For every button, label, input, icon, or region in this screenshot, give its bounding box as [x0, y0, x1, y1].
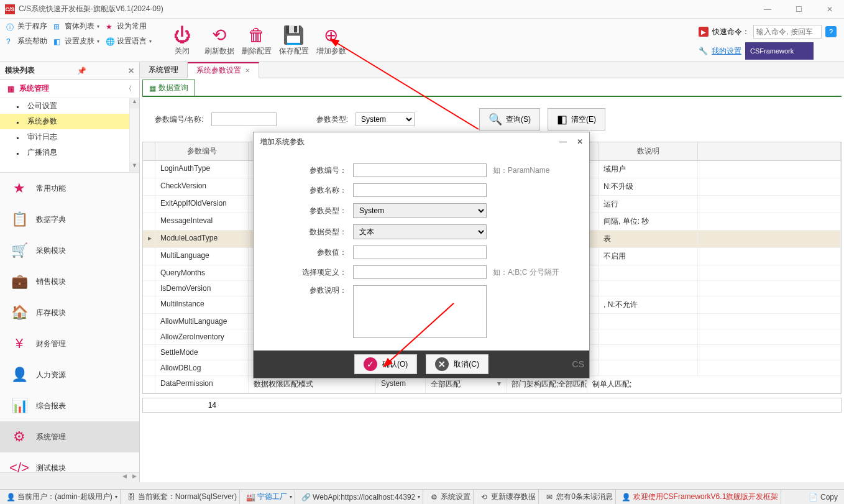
nav-hr[interactable]: 👤人力资源: [0, 359, 139, 390]
status-webapi[interactable]: 🔗 WebApi:https://localhost:44392 ▾: [299, 490, 423, 504]
ok-button[interactable]: ✓ 确认(O): [354, 354, 417, 374]
cell-desc: [599, 314, 698, 329]
cancel-button[interactable]: ✕ 取消(C): [426, 354, 489, 374]
cell-code: MessageInteval: [155, 213, 249, 230]
tree-scrollbar[interactable]: ▲ ▼: [129, 98, 139, 172]
clear-button[interactable]: ◧ 清空(E): [548, 108, 605, 131]
toolbar-add[interactable]: ⊕ 增加参数: [314, 24, 348, 57]
code-icon: </>: [11, 460, 27, 472]
menu-skin[interactable]: ◧ 设置皮肤 ▾: [53, 36, 99, 47]
tree-label: 系统参数: [27, 116, 57, 127]
field-options-input[interactable]: [353, 265, 487, 279]
nav-purchase[interactable]: 🛒采购模块: [0, 235, 139, 266]
tab-label: 系统参数设置: [196, 65, 241, 76]
link-icon: 🔗: [301, 493, 310, 502]
status-factory[interactable]: 🏭 宁德工厂 ▾: [244, 490, 295, 504]
cell-code: CheckVersion: [155, 178, 249, 195]
info-icon: ⓘ: [6, 22, 15, 31]
field-options-label: 选择项定义：: [272, 267, 353, 278]
nav-sysman[interactable]: ⚙系统管理: [0, 421, 139, 452]
chevron-down-icon: ▾: [97, 39, 99, 44]
nav-dict[interactable]: 📋数据字典: [0, 204, 139, 235]
grid-header-code[interactable]: 参数编号: [155, 142, 249, 160]
pin-icon[interactable]: 📌: [77, 66, 86, 75]
tree-item-company[interactable]: ▪ 公司设置: [0, 98, 139, 114]
nav-inventory[interactable]: 🏠库存模块: [0, 297, 139, 328]
query-button[interactable]: 🔍 查询(S): [479, 108, 540, 131]
field-code-label: 参数编号：: [272, 165, 353, 176]
dialog-minimize[interactable]: —: [559, 137, 567, 146]
nav-finance[interactable]: ¥财务管理: [0, 328, 139, 359]
cell-code: MultiLanguage: [155, 248, 249, 265]
power-icon: ⏻: [173, 24, 191, 46]
tree-item-auditlog[interactable]: ▪ 审计日志: [0, 129, 139, 145]
toolbar-delete[interactable]: 🗑 删除配置: [239, 24, 273, 57]
cell-desc: 表: [599, 231, 698, 247]
field-type-select[interactable]: System: [353, 203, 487, 218]
nav-report[interactable]: 📊综合报表: [0, 390, 139, 421]
chevron-down-icon: ▾: [290, 494, 292, 500]
status-welcome-label: 欢迎使用CSFrameworkV6.1旗舰版开发框架: [633, 492, 778, 502]
status-user[interactable]: 👤 当前用户：(admin-超级用户) ▾: [4, 490, 121, 504]
search-type-select[interactable]: System: [355, 112, 415, 126]
nav-sales[interactable]: 💼销售模块: [0, 266, 139, 297]
cell-code: DataPermission: [155, 376, 249, 393]
search-code-input[interactable]: [211, 112, 277, 126]
app-icon: C/S: [5, 4, 15, 14]
lang-icon: 🌐: [106, 37, 114, 46]
field-datatype-select[interactable]: 文本: [353, 224, 487, 239]
person-icon: 👤: [622, 493, 631, 502]
tab-bar: 系统管理 系统参数设置 ✕: [140, 62, 844, 78]
status-copy[interactable]: 📄 Copy: [807, 490, 840, 504]
status-user-label: 当前用户：(admin-超级用户): [17, 492, 112, 502]
my-settings-link[interactable]: 我的设置: [712, 46, 741, 57]
toolbar-refresh[interactable]: ⟲ 刷新数据: [202, 24, 236, 57]
field-desc-textarea[interactable]: [353, 285, 487, 338]
toolbar-close[interactable]: ⏻ 关闭: [165, 24, 199, 57]
doc-icon: ▪: [16, 103, 24, 110]
copy-icon: 📄: [809, 493, 818, 502]
tree-item-sysparam[interactable]: ▪ 系统参数: [0, 114, 139, 129]
dialog-logo: CS: [572, 359, 584, 369]
tab-sysman[interactable]: 系统管理: [140, 62, 188, 78]
menu-about[interactable]: ⓘ 关于程序: [6, 21, 47, 32]
menu-syshelp[interactable]: ? 系统帮助: [6, 36, 47, 47]
status-factory-label: 宁德工厂: [257, 492, 287, 502]
statusbar: 👤 当前用户：(admin-超级用户) ▾ 🗄 当前账套：Normal(SqlS…: [0, 489, 844, 504]
sidebar-section-sysman[interactable]: ▦ 系统管理 〈: [0, 80, 139, 98]
menu-windows[interactable]: ⊞ 窗体列表 ▾: [53, 21, 99, 32]
status-unread[interactable]: ✉ 您有0条未读消息: [543, 490, 616, 504]
subtab-dataquery[interactable]: ▦ 数据查询: [142, 80, 195, 96]
sidebar-hscroll[interactable]: ◀▶: [0, 472, 139, 482]
close-panel-icon[interactable]: ✕: [128, 66, 134, 75]
status-syssetting[interactable]: ⚙ 系统设置: [427, 490, 474, 504]
tab-close-icon[interactable]: ✕: [245, 67, 250, 74]
cell-code: MultiInstance: [155, 296, 249, 313]
status-refresh-cache[interactable]: ⟲ 更新缓存数据: [477, 490, 539, 504]
status-copy-label: Copy: [820, 493, 838, 502]
maximize-button[interactable]: ☐: [789, 5, 808, 14]
gear-icon: ⚙: [11, 429, 27, 445]
tab-sysparam[interactable]: 系统参数设置 ✕: [188, 62, 259, 78]
field-name-input[interactable]: [353, 183, 487, 197]
cmd-icon: ▶: [699, 27, 709, 37]
nav-test[interactable]: </>测试模块: [0, 452, 139, 472]
grid-header-desc[interactable]: 数说明: [599, 142, 698, 160]
doc-icon: ▪: [16, 134, 24, 141]
dialog-close[interactable]: ✕: [577, 137, 583, 146]
cell-desc: 不启用: [599, 248, 698, 265]
help-button[interactable]: ?: [825, 26, 837, 37]
minimize-button[interactable]: —: [758, 5, 777, 14]
close-window-button[interactable]: ✕: [820, 5, 839, 14]
table-row[interactable]: DataPermission 数据权限匹配模式 System 全部匹配 ▾ 部门…: [143, 376, 841, 393]
menu-setdefault[interactable]: ★ 设为常用: [106, 21, 147, 32]
toolbar-save[interactable]: 💾 保存配置: [277, 24, 311, 57]
field-code-input[interactable]: [353, 163, 487, 177]
tree-area: ▪ 公司设置 ▪ 系统参数 ▪ 审计日志 ▪ 广播消息 ▲ ▼: [0, 98, 139, 173]
quickcmd-input[interactable]: [753, 25, 822, 39]
menu-lang[interactable]: 🌐 设置语言 ▾: [106, 36, 152, 47]
tree-item-broadcast[interactable]: ▪ 广播消息: [0, 145, 139, 160]
field-value-input[interactable]: [353, 245, 487, 259]
search-code-label: 参数编号/名称:: [155, 114, 204, 125]
nav-common[interactable]: ★常用功能: [0, 173, 139, 204]
